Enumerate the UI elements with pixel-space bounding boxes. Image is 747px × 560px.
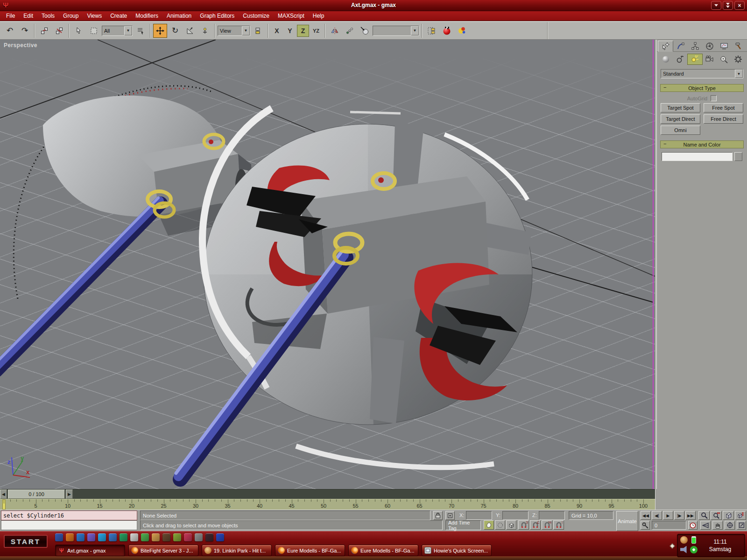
select-and-move-icon[interactable] <box>153 24 167 38</box>
menu-tools[interactable]: Tools <box>37 11 59 21</box>
menu-customize[interactable]: Customize <box>239 11 274 21</box>
recycle-bin-icon[interactable] <box>130 533 138 541</box>
previous-frame-button[interactable]: ◀| <box>652 511 662 520</box>
tab-modify-icon[interactable] <box>673 41 688 52</box>
select-and-rotate-icon[interactable]: ↻ <box>168 24 182 38</box>
menu-modifiers[interactable]: Modifiers <box>131 11 162 21</box>
prev-frame-arrow[interactable]: ◀ <box>0 490 7 499</box>
status-toggle-1-icon[interactable] <box>484 520 494 530</box>
go-to-start-button[interactable]: ◀◀ <box>641 511 651 520</box>
set-key-icon[interactable] <box>641 521 650 530</box>
category-helpers-icon[interactable] <box>717 54 731 65</box>
zoom-icon[interactable] <box>698 511 710 520</box>
taskbar-button-axt-gmax-gmax[interactable]: ΨAxt.gmax - gmax <box>55 545 125 556</box>
dropdown-arrow-icon[interactable]: ▼ <box>124 26 132 35</box>
next-frame-arrow[interactable]: ▶ <box>66 490 73 499</box>
flower-icon[interactable] <box>141 533 149 541</box>
volume-display-tray-icon[interactable] <box>680 546 688 553</box>
menu-maxscript[interactable]: MAXScript <box>274 11 309 21</box>
start-button[interactable]: START <box>4 535 48 548</box>
object-type-header[interactable]: − Object Type <box>660 84 744 92</box>
maxscript-listener-field[interactable] <box>1 520 137 530</box>
array-icon[interactable] <box>343 24 357 38</box>
status-toggle-3-icon[interactable] <box>506 520 516 530</box>
select-object-icon[interactable] <box>72 24 86 38</box>
menu-create[interactable]: Create <box>106 11 131 21</box>
tab-motion-icon[interactable] <box>703 41 717 52</box>
dropdown-arrow-icon[interactable]: ▼ <box>242 26 250 35</box>
align-icon[interactable] <box>358 24 372 38</box>
select-and-scale-icon[interactable] <box>183 24 197 38</box>
z-coord-field[interactable] <box>539 511 565 520</box>
taskbar-button-eure-modells-bf-ga[interactable]: Eure Modells - BF-Ga... <box>348 545 418 556</box>
name-color-header[interactable]: − Name and Color <box>660 140 744 148</box>
restrict-z-button[interactable]: Z <box>297 25 309 37</box>
animate-button[interactable]: Animate <box>616 511 638 531</box>
add-time-tag[interactable]: Add Time Tag <box>445 520 481 530</box>
min-max-toggle-icon[interactable] <box>737 521 746 530</box>
field-of-view-icon[interactable] <box>700 521 711 530</box>
taskbar-button-eure-modells-bf-ga[interactable]: Eure Modells - BF-Ga... <box>275 545 345 556</box>
light-class-dropdown[interactable]: Standard ▼ <box>661 69 743 78</box>
free-spot-button[interactable]: Free Spot <box>704 103 743 112</box>
zoom-all-icon[interactable] <box>711 511 722 520</box>
chart-icon[interactable] <box>173 533 181 541</box>
menu-edit[interactable]: Edit <box>19 11 37 21</box>
winamp-tray-icon[interactable] <box>680 536 688 544</box>
menu-file[interactable]: File <box>2 11 19 21</box>
redo-icon[interactable]: ↷ <box>18 24 32 38</box>
omni-button[interactable]: Omni <box>661 126 700 135</box>
arc-rotate-icon[interactable] <box>725 521 735 530</box>
rollout-collapse-icon[interactable]: − <box>663 141 666 147</box>
tray-clock[interactable]: 11:11 Samstag <box>698 538 742 553</box>
dark-app-icon[interactable] <box>205 533 213 541</box>
category-cameras-icon[interactable] <box>703 54 717 65</box>
timeline-ruler[interactable]: 5101520253035404550556065707580859095100 <box>0 499 655 510</box>
snap-toggle-percent-icon[interactable]: % <box>542 520 552 530</box>
menu-help[interactable]: Help <box>309 11 329 21</box>
schematic-view-icon[interactable] <box>425 24 439 38</box>
next-frame-button[interactable]: |▶ <box>674 511 684 520</box>
zoom-extents-all-icon[interactable] <box>735 511 746 520</box>
battery-tray-icon[interactable] <box>691 536 696 544</box>
undo-icon[interactable]: ↶ <box>3 24 17 38</box>
taskbar-button-howie-s-quick-screen[interactable]: Howie's Quick Screen... <box>422 545 492 556</box>
google-earth-icon[interactable] <box>109 533 117 541</box>
snap-toggle-spinner-icon[interactable]: ↕ <box>553 520 564 530</box>
dropdown-arrow-icon[interactable]: ▼ <box>735 70 743 78</box>
notepad-icon[interactable] <box>120 533 127 541</box>
free-direct-button[interactable]: Free Direct <box>704 114 743 124</box>
go-to-end-button[interactable]: ▶▶ <box>685 511 696 520</box>
category-systems-icon[interactable] <box>731 54 746 65</box>
object-name-field[interactable] <box>662 152 733 161</box>
category-shapes-icon[interactable] <box>673 54 688 65</box>
target-spot-button[interactable]: Target Spot <box>661 103 700 112</box>
taskbar-button-19-linkin-park-hit-t[interactable]: 19. Linkin Park - Hit t... <box>202 545 272 556</box>
headphones-app-icon[interactable] <box>87 533 95 541</box>
selection-filter-dropdown[interactable]: All ▼ <box>102 26 133 36</box>
category-geometry-icon[interactable] <box>659 54 673 65</box>
pan-hand-icon[interactable] <box>712 521 723 530</box>
messenger-icon[interactable] <box>184 533 192 541</box>
time-configuration-icon[interactable] <box>688 521 698 530</box>
select-and-link-icon[interactable] <box>37 24 51 38</box>
render-scene-icon[interactable] <box>440 24 454 38</box>
status-toggle-2-icon[interactable] <box>495 520 505 530</box>
picture-icon[interactable] <box>162 533 170 541</box>
time-slider[interactable]: 0 / 100 <box>8 490 65 499</box>
reference-coordinate-dropdown[interactable]: View ▼ <box>218 26 250 36</box>
skype-icon[interactable] <box>98 533 106 541</box>
object-color-swatch[interactable] <box>734 152 742 161</box>
number2-icon[interactable] <box>195 533 203 541</box>
restore-button[interactable] <box>723 1 733 10</box>
material-editor-icon[interactable] <box>455 24 469 38</box>
menu-graph-editors[interactable]: Graph Editors <box>196 11 239 21</box>
selection-lock-icon[interactable] <box>433 511 443 520</box>
y-coord-field[interactable] <box>502 511 529 520</box>
close-button[interactable]: × <box>734 1 745 10</box>
autogrid-checkbox[interactable] <box>711 95 717 101</box>
flag-icon[interactable] <box>216 533 224 541</box>
unlink-selection-icon[interactable] <box>52 24 66 38</box>
target-direct-button[interactable]: Target Direct <box>661 114 700 124</box>
current-frame-field[interactable]: 0 <box>652 521 686 530</box>
